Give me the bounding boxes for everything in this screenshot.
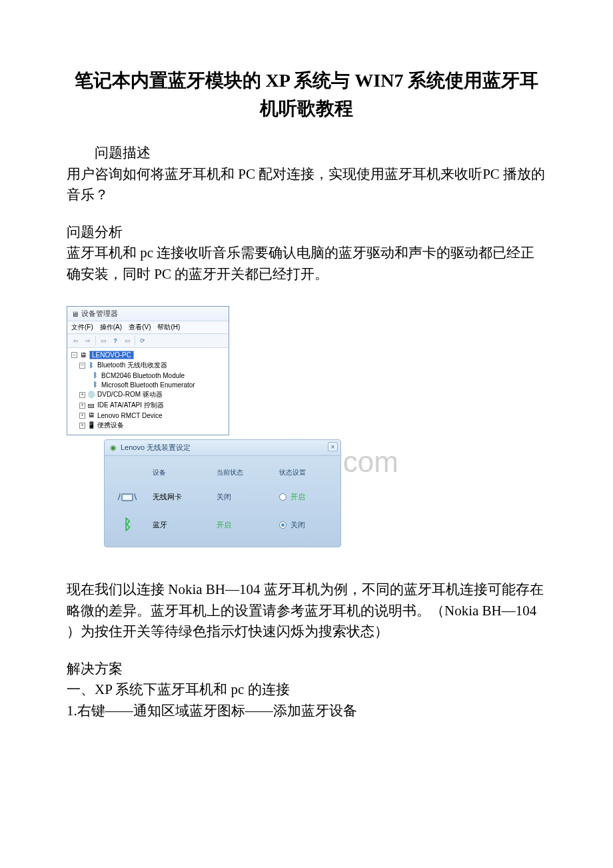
wifi-action-label: 开启 (291, 492, 305, 502)
bt-action[interactable]: 关闭 (279, 520, 339, 530)
toolbar-view-icon[interactable]: ▭ (123, 336, 132, 345)
tree-root-label: LENOVO-PC (89, 351, 134, 359)
tree-bt-child1-label: BCM2046 Bluetooth Module (101, 372, 185, 379)
tree-portable-label: 便携设备 (97, 421, 124, 430)
portable-device-icon: 📱 (87, 421, 95, 429)
tree-ide-label: IDE ATA/ATAPI 控制器 (97, 401, 164, 410)
computer-icon: 🖥 (71, 310, 79, 318)
analysis-text: 蓝牙耳机和 pc 连接收听音乐需要确认电脑的蓝牙驱动和声卡的驱动都已经正确安装，… (67, 243, 546, 285)
wifi-row: 无线网卡 关闭 开启 (105, 488, 340, 505)
tree-bt-child2[interactable]: ᛒ Microsoft Bluetooth Enumerator (70, 380, 226, 389)
tree-root-row[interactable]: − 🖥 LENOVO-PC (70, 350, 226, 360)
wifi-action[interactable]: 开启 (279, 492, 339, 502)
section-label-analysis: 问题分析 (67, 222, 546, 243)
lenovo-panel-title: ◉ Lenovo 无线装置设定 (105, 440, 340, 456)
menu-action[interactable]: 操作(A) (100, 323, 122, 332)
col-device: 设备 (153, 468, 211, 477)
tree-bt-child1[interactable]: ᛒ BCM2046 Bluetooth Module (70, 371, 226, 380)
toolbar-properties-icon[interactable]: ▭ (99, 336, 108, 345)
toolbar-help-icon[interactable]: ? (111, 336, 120, 345)
wifi-icon (115, 488, 139, 505)
bt-name: 蓝牙 (153, 520, 211, 530)
menu-file[interactable]: 文件(F) (71, 323, 93, 332)
toolbar-separator-2 (135, 336, 135, 345)
devmgr-toolbar: ⇦ ⇨ ▭ ? ▭ ⟳ (67, 334, 229, 348)
devmgr-tree: − 🖥 LENOVO-PC − ᛒ Bluetooth 无线电收发器 ᛒ BCM… (67, 348, 229, 435)
tree-expand-icon[interactable]: + (79, 413, 85, 419)
tree-bt-parent-label: Bluetooth 无线电收发器 (97, 361, 167, 370)
menu-help[interactable]: 帮助(H) (157, 323, 180, 332)
tree-bt-parent[interactable]: − ᛒ Bluetooth 无线电收发器 (70, 360, 226, 371)
radio-icon[interactable] (279, 493, 287, 501)
radio-icon[interactable] (279, 521, 287, 529)
col-setting: 状态设置 (279, 468, 339, 477)
lenovo-header-row: . 设备 当前状态 状态设置 (105, 468, 340, 477)
close-button[interactable]: × (328, 442, 338, 451)
wifi-name: 无线网卡 (153, 492, 211, 502)
bluetooth-icon: ᛒ (115, 516, 139, 533)
tree-bt-child2-label: Microsoft Bluetooth Enumerator (101, 381, 195, 389)
toolbar-scan-icon[interactable]: ⟳ (138, 336, 147, 345)
device-icon: 🖥 (87, 411, 95, 419)
bt-action-label: 关闭 (291, 520, 305, 530)
tree-rmct-label: Lenovo RMCT Device (97, 412, 163, 419)
devmgr-titlebar: 🖥 设备管理器 (67, 307, 229, 321)
disc-icon: 💿 (87, 391, 95, 399)
page-title: 笔记本内置蓝牙模块的 XP 系统与 WIN7 系统使用蓝牙耳机听歌教程 (67, 67, 546, 123)
lenovo-title-text: Lenovo 无线装置设定 (121, 443, 191, 453)
svg-rect-1 (123, 495, 131, 499)
toolbar-back-icon[interactable]: ⇦ (71, 336, 81, 345)
device-manager-window: 🖥 设备管理器 文件(F) 操作(A) 查看(V) 帮助(H) ⇦ ⇨ ▭ ? … (67, 306, 229, 435)
example-paragraph: 现在我们以连接 Nokia BH—104 蓝牙耳机为例，不同的蓝牙耳机连接可能存… (67, 579, 546, 643)
lenovo-wireless-panel: ◉ Lenovo 无线装置设定 × . 设备 当前状态 状态设置 无线网卡 关闭… (104, 439, 341, 547)
solution-step-1: 一、XP 系统下蓝牙耳机和 pc 的连接 (67, 679, 546, 701)
tree-collapse-icon[interactable]: − (79, 363, 85, 369)
bt-status: 开启 (217, 520, 274, 530)
bluetooth-icon: ᛒ (87, 361, 95, 369)
globe-icon: ◉ (110, 443, 117, 452)
col-status: 当前状态 (217, 468, 274, 477)
tree-collapse-icon[interactable]: − (71, 352, 77, 358)
bluetooth-row: ᛒ 蓝牙 开启 关闭 (105, 516, 340, 533)
tree-dvd[interactable]: + 💿 DVD/CD-ROM 驱动器 (70, 389, 226, 400)
controller-icon: 🖴 (87, 401, 95, 409)
menu-view[interactable]: 查看(V) (129, 323, 151, 332)
tree-expand-icon[interactable]: + (79, 403, 85, 409)
tree-portable[interactable]: + 📱 便携设备 (70, 420, 226, 431)
tree-ide[interactable]: + 🖴 IDE ATA/ATAPI 控制器 (70, 400, 226, 411)
devmgr-title-text: 设备管理器 (81, 309, 118, 319)
tree-expand-icon[interactable]: + (79, 392, 85, 398)
solution-step-1-1: 1.右键——通知区域蓝牙图标——添加蓝牙设备 (67, 701, 546, 722)
bluetooth-icon: ᛒ (91, 381, 99, 389)
section-label-problem-desc: 问题描述 (67, 143, 546, 164)
bluetooth-icon: ᛒ (91, 371, 99, 379)
toolbar-forward-icon[interactable]: ⇨ (83, 336, 93, 345)
tree-expand-icon[interactable]: + (79, 423, 85, 429)
tree-dvd-label: DVD/CD-ROM 驱动器 (97, 390, 163, 399)
section-label-solution: 解决方案 (67, 659, 546, 680)
toolbar-separator (95, 336, 96, 345)
wifi-status: 关闭 (217, 492, 274, 502)
devmgr-menubar: 文件(F) 操作(A) 查看(V) 帮助(H) (67, 321, 229, 334)
problem-desc-text: 用户咨询如何将蓝牙耳机和 PC 配对连接，实现使用蓝牙耳机来收听PC 播放的音乐… (67, 164, 546, 206)
tree-rmct[interactable]: + 🖥 Lenovo RMCT Device (70, 411, 226, 420)
computer-icon: 🖥 (79, 351, 87, 359)
